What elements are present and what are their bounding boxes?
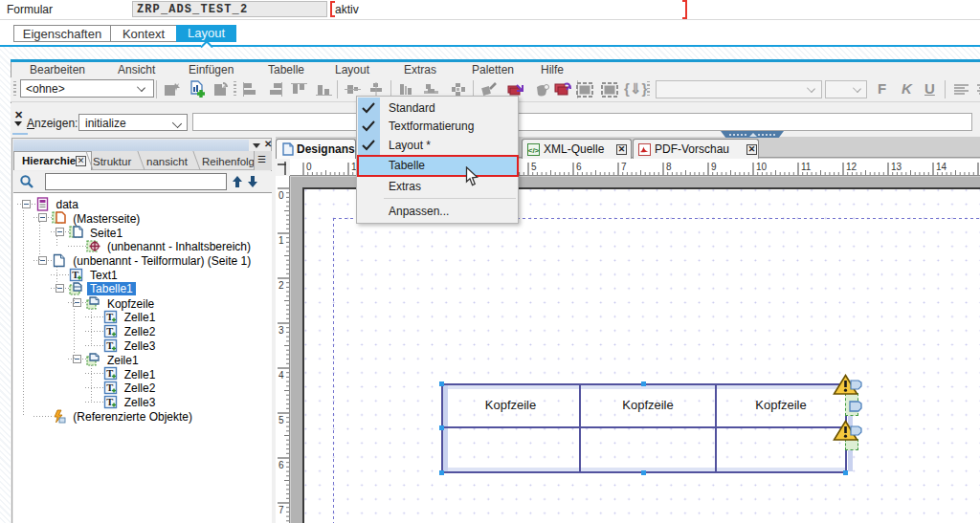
svg-text:T: T bbox=[106, 397, 113, 407]
svg-text:2: 2 bbox=[278, 280, 284, 291]
svg-text:13: 13 bbox=[891, 162, 902, 172]
svg-text:12: 12 bbox=[846, 162, 858, 172]
svg-text:T: T bbox=[106, 382, 113, 393]
svg-text:1: 1 bbox=[278, 235, 284, 246]
svg-text:10: 10 bbox=[756, 162, 768, 172]
svg-text:6: 6 bbox=[278, 460, 284, 470]
svg-text:3: 3 bbox=[278, 325, 284, 336]
svg-text:T: T bbox=[106, 312, 113, 322]
svg-text:7: 7 bbox=[278, 505, 284, 515]
svg-text:</>: </> bbox=[528, 146, 540, 155]
svg-text:14: 14 bbox=[936, 162, 947, 172]
svg-text:T: T bbox=[106, 326, 113, 337]
svg-text:T: T bbox=[106, 368, 113, 379]
svg-text:11: 11 bbox=[801, 162, 812, 172]
svg-text:5: 5 bbox=[278, 415, 284, 425]
svg-text:T: T bbox=[106, 340, 113, 351]
svg-text:0: 0 bbox=[306, 162, 312, 172]
svg-text:0: 0 bbox=[278, 190, 284, 201]
svg-text:6: 6 bbox=[576, 162, 582, 172]
svg-text:5: 5 bbox=[531, 162, 537, 172]
svg-text:8: 8 bbox=[666, 162, 672, 172]
svg-text:T: T bbox=[72, 270, 78, 280]
svg-text:9: 9 bbox=[711, 162, 717, 172]
svg-text:4: 4 bbox=[278, 370, 284, 381]
svg-text:7: 7 bbox=[621, 162, 627, 172]
